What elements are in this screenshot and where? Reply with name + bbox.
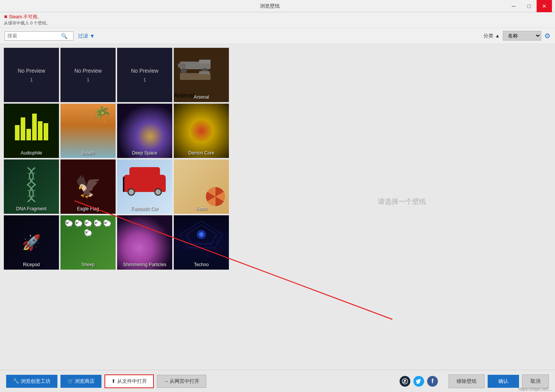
svg-rect-6 — [199, 71, 210, 74]
filter-icon: ▼ — [90, 33, 95, 39]
window-title: 浏览壁纸 — [34, 3, 506, 10]
wallpaper-item-deepspace[interactable]: Deep Space — [117, 104, 172, 158]
select-wallpaper-hint: 请选择一个壁纸 — [378, 197, 426, 206]
techno-label: Techno — [174, 262, 229, 267]
social-icons: f — [400, 376, 438, 387]
details-panel: 请选择一个壁纸 — [249, 44, 555, 359]
search-icon[interactable]: 🔍 — [61, 33, 67, 39]
audiophile-label: Audiophile — [4, 150, 59, 156]
fantasticcar-label: Fantastic Car — [117, 206, 172, 211]
bottom-bar: 🔧 浏览创意工坊 🛒 浏览商店 ⬆ 从文件中打开 → 从网页中打开 f 移除壁纸… — [0, 370, 555, 392]
window-controls: ─ □ ✕ — [506, 0, 552, 12]
remove-wallpaper-button[interactable]: 移除壁纸 — [449, 374, 485, 388]
filter-label: 过滤 — [78, 33, 88, 39]
wallpaper-item-no3[interactable]: No Preview 1 — [117, 48, 172, 102]
shimmering-label: Shimmering Particles — [117, 262, 172, 267]
dnafragment-label: DNA Fragment — [4, 206, 59, 211]
eagleflag-label: Eagle Flag — [60, 206, 116, 211]
wallpaper-item-retro[interactable]: Retro — [174, 159, 229, 214]
toolbar: 🔍 过滤 ▼ 分类 ▲ 名称 类型 日期 ⚙ — [0, 28, 555, 44]
browse-shop-button[interactable]: 🛒 浏览商店 — [60, 375, 102, 388]
wallpaper-item-ricepod[interactable]: 🚀 Ricepod — [4, 215, 59, 270]
wallpaper-item-no1[interactable]: No Preview 1 — [4, 48, 59, 102]
sort-area: 分类 ▲ 名称 类型 日期 ⚙ — [483, 31, 550, 41]
url-bar: https://mlpd.net/... — [516, 386, 555, 392]
maximize-button[interactable]: □ — [521, 0, 537, 12]
wallpaper-item-dnafragment[interactable]: DNA Fragment — [4, 159, 59, 214]
twitter-social-icon[interactable] — [413, 376, 424, 387]
wallpaper-item-eagleflag[interactable]: 🦅 Eagle Flag — [60, 159, 116, 214]
svg-point-14 — [199, 232, 204, 237]
wallpaper-item-sheep[interactable]: 🐑🐑🐑 🐑🐑🐑 Sheep — [60, 215, 116, 270]
sort-arrow-icon: ▲ — [495, 33, 500, 39]
settings-icon[interactable]: ⚙ — [544, 32, 550, 40]
wallpaper-grid: No Preview 1 No Preview 1 No Preview 1 — [0, 44, 249, 359]
retro-label: Retro — [174, 206, 229, 211]
svg-point-17 — [404, 379, 406, 381]
svg-rect-2 — [178, 63, 186, 67]
filter-button[interactable]: 过滤 ▼ — [78, 33, 95, 39]
title-bar: 浏览壁纸 ─ □ ✕ — [0, 0, 555, 12]
ricepod-label: Ricepod — [4, 262, 59, 267]
sort-label[interactable]: 分类 ▲ — [483, 33, 500, 39]
wallpaper-item-audiophile[interactable]: Audiophile — [4, 104, 59, 158]
steam-error-line1: ✖ Steam 不可用。 — [4, 14, 551, 20]
search-box: 🔍 — [5, 31, 73, 41]
confirm-button[interactable]: 确认 — [488, 375, 519, 388]
wallpaper-item-shimmering[interactable]: Shimmering Particles — [117, 215, 172, 270]
close-button[interactable]: ✕ — [537, 0, 552, 12]
arsenal-label: Arsenal — [174, 94, 229, 100]
steam-social-icon[interactable] — [400, 376, 410, 387]
demoncore-label: Demon Core — [174, 150, 229, 156]
steam-error-bar: ✖ Steam 不可用。 从缓存中载入 0 个壁纸。 — [0, 12, 555, 28]
wallpaper-item-demoncore[interactable]: Demon Core — [174, 104, 229, 158]
wallpaper-item-techno[interactable]: Techno — [174, 215, 229, 270]
wallpaper-item-beach[interactable]: 🌴 Beach — [60, 104, 116, 158]
browse-workshop-button[interactable]: 🔧 浏览创意工坊 — [6, 375, 57, 388]
sheep-label: Sheep — [60, 262, 116, 267]
open-file-button[interactable]: ⬆ 从文件中打开 — [104, 374, 154, 388]
main-area: No Preview 1 No Preview 1 No Preview 1 — [0, 44, 555, 359]
wallpaper-item-no2[interactable]: No Preview 1 — [60, 48, 116, 102]
wallpaper-item-fantasticcar[interactable]: Fantastic Car — [117, 159, 172, 214]
beach-label: Beach — [60, 150, 116, 156]
sort-select[interactable]: 名称 类型 日期 — [503, 31, 541, 41]
open-web-button[interactable]: → 从网页中打开 — [157, 375, 206, 388]
minimize-button[interactable]: ─ — [506, 0, 521, 12]
facebook-social-icon[interactable]: f — [427, 376, 438, 387]
search-input[interactable] — [7, 33, 61, 39]
wallpaper-item-arsenal[interactable]: Arsenal — [174, 48, 229, 102]
svg-rect-1 — [199, 60, 211, 63]
steam-error-line2: 从缓存中载入 0 个壁纸。 — [4, 20, 551, 26]
audiophile-bars — [11, 117, 52, 144]
deepspace-label: Deep Space — [117, 150, 172, 156]
